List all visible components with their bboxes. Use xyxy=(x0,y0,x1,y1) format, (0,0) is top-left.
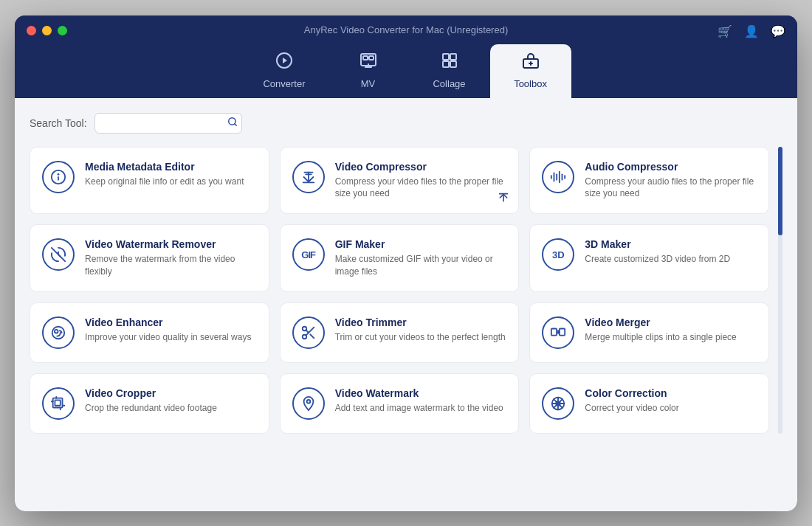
tool-video-cropper[interactable]: Video Cropper Crop the redundant video f… xyxy=(30,373,269,434)
watermark-remover-icon xyxy=(42,238,75,271)
svg-point-31 xyxy=(55,330,58,333)
tools-grid: Media Metadata Editor Keep original file… xyxy=(30,147,775,434)
support-icon[interactable]: 💬 xyxy=(771,24,785,38)
video-watermark-icon xyxy=(292,387,325,420)
tool-gif-maker[interactable]: GIF GIF Maker Make customized GIF with y… xyxy=(280,224,520,292)
video-merger-info: Video Merger Merge multiple clips into a… xyxy=(585,316,757,344)
color-correction-desc: Correct your video color xyxy=(585,402,757,415)
converter-icon xyxy=(275,52,293,74)
media-metadata-title: Media Metadata Editor xyxy=(85,161,257,173)
video-trimmer-desc: Trim or cut your videos to the perfect l… xyxy=(335,331,507,344)
3d-maker-icon: 3D xyxy=(542,238,574,271)
video-cropper-desc: Crop the redundant video footage xyxy=(85,402,257,415)
converter-label: Converter xyxy=(263,78,305,89)
upload-icon xyxy=(498,192,509,206)
video-compressor-title: Video Compressor xyxy=(335,161,507,173)
tool-color-correction[interactable]: Color Correction Correct your video colo… xyxy=(529,373,769,434)
watermark-remover-info: Video Watermark Remover Remove the water… xyxy=(85,238,257,278)
media-metadata-icon xyxy=(42,161,75,193)
tab-collage[interactable]: Collage xyxy=(409,44,490,98)
video-cropper-title: Video Cropper xyxy=(85,387,257,399)
titlebar-icons: 🛒 👤 💬 xyxy=(718,24,785,38)
search-input[interactable] xyxy=(94,113,242,134)
tool-media-metadata-editor[interactable]: Media Metadata Editor Keep original file… xyxy=(30,147,269,215)
video-enhancer-icon xyxy=(42,316,75,349)
color-correction-info: Color Correction Correct your video colo… xyxy=(585,387,757,415)
3d-maker-title: 3D Maker xyxy=(585,238,757,250)
gif-maker-icon: GIF xyxy=(292,238,325,271)
gif-maker-title: GIF Maker xyxy=(335,238,507,250)
titlebar: AnyRec Video Converter for Mac (Unregist… xyxy=(15,15,797,35)
video-enhancer-title: Video Enhancer xyxy=(85,316,257,328)
video-cropper-info: Video Cropper Crop the redundant video f… xyxy=(85,387,257,415)
tool-video-trimmer[interactable]: Video Trimmer Trim or cut your videos to… xyxy=(280,302,520,363)
audio-compressor-title: Audio Compressor xyxy=(585,161,757,173)
3d-maker-desc: Create customized 3D video from 2D xyxy=(585,253,757,266)
3d-maker-info: 3D Maker Create customized 3D video from… xyxy=(585,238,757,266)
video-watermark-title: Video Watermark xyxy=(335,387,507,399)
color-correction-title: Color Correction xyxy=(585,387,757,399)
scrollbar[interactable] xyxy=(778,147,782,434)
app-window: AnyRec Video Converter for Mac (Unregist… xyxy=(15,15,797,511)
audio-compressor-icon xyxy=(542,161,574,193)
tool-video-merger[interactable]: Video Merger Merge multiple clips into a… xyxy=(529,302,769,363)
watermark-remover-title: Video Watermark Remover xyxy=(85,238,257,250)
search-icon[interactable] xyxy=(227,117,238,129)
tool-3d-maker[interactable]: 3D 3D Maker Create customized 3D video f… xyxy=(529,224,769,292)
svg-rect-4 xyxy=(369,56,374,60)
maximize-button[interactable] xyxy=(58,26,67,35)
tab-toolbox[interactable]: Toolbox xyxy=(490,44,571,98)
main-content: Search Tool: xyxy=(15,98,797,511)
app-title: AnyRec Video Converter for Mac (Unregist… xyxy=(27,24,785,35)
tool-video-watermark[interactable]: Video Watermark Add text and image water… xyxy=(280,373,520,434)
watermark-remover-desc: Remove the watermark from the video flex… xyxy=(85,253,257,278)
video-trimmer-icon xyxy=(292,316,325,349)
svg-rect-37 xyxy=(551,328,557,335)
nav-tabs: Converter MV Col xyxy=(15,35,797,98)
search-label: Search Tool: xyxy=(30,117,87,129)
svg-line-13 xyxy=(234,124,236,126)
video-compressor-desc: Compress your video files to the proper … xyxy=(335,176,507,201)
svg-point-30 xyxy=(52,326,65,339)
search-bar: Search Tool: xyxy=(30,113,782,134)
svg-rect-3 xyxy=(363,56,368,60)
media-metadata-info: Media Metadata Editor Keep original file… xyxy=(85,161,257,188)
svg-rect-5 xyxy=(443,54,449,60)
svg-line-36 xyxy=(306,330,309,333)
video-enhancer-info: Video Enhancer Improve your video qualit… xyxy=(85,316,257,344)
video-watermark-info: Video Watermark Add text and image water… xyxy=(335,387,507,415)
tab-converter[interactable]: Converter xyxy=(241,44,327,98)
collage-label: Collage xyxy=(433,78,465,89)
video-compressor-icon xyxy=(292,161,325,193)
video-watermark-desc: Add text and image watermark to the vide… xyxy=(335,402,507,415)
color-correction-icon xyxy=(542,387,574,420)
video-enhancer-desc: Improve your video quality in several wa… xyxy=(85,331,257,344)
minimize-button[interactable] xyxy=(42,26,52,35)
svg-rect-7 xyxy=(443,61,449,67)
toolbox-icon xyxy=(522,52,540,74)
video-compressor-info: Video Compressor Compress your video fil… xyxy=(335,161,507,201)
traffic-lights xyxy=(27,26,67,35)
tool-video-compressor[interactable]: Video Compressor Compress your video fil… xyxy=(280,147,520,215)
tool-video-watermark-remover[interactable]: Video Watermark Remover Remove the water… xyxy=(30,224,269,292)
svg-line-35 xyxy=(310,334,314,338)
cart-icon[interactable]: 🛒 xyxy=(718,24,732,38)
tab-mv[interactable]: MV xyxy=(328,44,409,98)
svg-marker-1 xyxy=(283,58,287,63)
svg-rect-8 xyxy=(450,61,456,67)
video-merger-desc: Merge multiple clips into a single piece xyxy=(585,331,757,344)
svg-rect-40 xyxy=(55,400,60,405)
tool-audio-compressor[interactable]: Audio Compressor Compress your audio fil… xyxy=(529,147,769,215)
gif-maker-info: GIF Maker Make customized GIF with your … xyxy=(335,238,507,278)
tool-video-enhancer[interactable]: Video Enhancer Improve your video qualit… xyxy=(30,302,269,363)
video-merger-icon xyxy=(542,316,574,349)
svg-rect-6 xyxy=(450,54,456,60)
account-icon[interactable]: 👤 xyxy=(744,24,759,38)
tools-grid-wrapper: Media Metadata Editor Keep original file… xyxy=(30,147,782,434)
video-merger-title: Video Merger xyxy=(585,316,757,328)
close-button[interactable] xyxy=(27,26,36,35)
audio-compressor-desc: Compress your audio files to the proper … xyxy=(585,176,757,201)
svg-point-41 xyxy=(306,400,310,404)
collage-icon xyxy=(441,52,458,74)
scrollbar-thumb[interactable] xyxy=(778,147,782,235)
